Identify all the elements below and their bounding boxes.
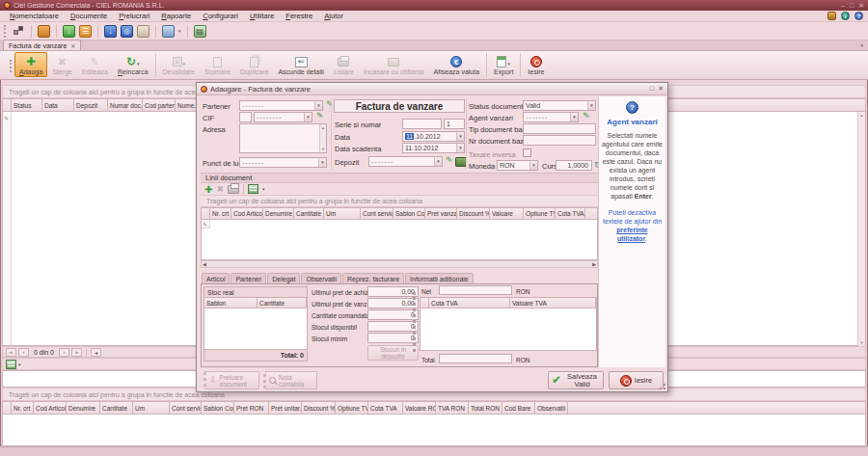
- column-header[interactable]: Cod Articol: [34, 402, 67, 414]
- articol-field-value[interactable]: 0: [367, 333, 419, 343]
- dropdown-caret-icon[interactable]: ▾: [18, 362, 21, 367]
- nota-contabila-button[interactable]: Nota contabila: [263, 371, 317, 389]
- printer-dropdown-icon[interactable]: ▾: [178, 28, 181, 34]
- data-date-field[interactable]: 11.10.2012 ▼: [402, 131, 465, 142]
- column-header[interactable]: Cod Articol: [231, 208, 263, 219]
- articol-field-value[interactable]: 0,00: [367, 298, 419, 308]
- sterge-button[interactable]: ✖ Sterge: [47, 52, 77, 77]
- tab-close-icon[interactable]: ✕: [70, 42, 75, 49]
- moneda-select[interactable]: RON ▼: [497, 160, 538, 171]
- column-header[interactable]: Denumire: [263, 208, 294, 219]
- devalidare-button[interactable]: ×▾ Devalidare: [158, 52, 200, 77]
- next-page-button[interactable]: ›: [59, 348, 69, 357]
- minimize-icon[interactable]: –: [841, 2, 845, 10]
- preluare-document-button[interactable]: ⇩ Preluare document: [203, 371, 259, 389]
- adresa-scrollbar[interactable]: ▲▼: [319, 124, 326, 152]
- first-page-button[interactable]: «: [6, 348, 16, 357]
- add-line-icon[interactable]: ✚: [204, 184, 212, 195]
- column-header[interactable]: Pret vanzare: [425, 208, 457, 219]
- listare-button[interactable]: Listare: [329, 52, 359, 77]
- column-header[interactable]: Discount %: [302, 402, 336, 414]
- print-lines-icon[interactable]: [228, 185, 239, 194]
- column-header[interactable]: Nr. crt: [12, 402, 34, 414]
- column-header[interactable]: Cota TVA: [368, 402, 403, 414]
- tab-factura-de-vanzare[interactable]: Factura de vanzare ✕: [3, 40, 81, 50]
- calculator-icon[interactable]: ▤: [194, 25, 206, 38]
- column-header[interactable]: Optiune TVA: [336, 402, 368, 414]
- stornare-button[interactable]: Stornare: [200, 52, 235, 77]
- column-header[interactable]: Valoare: [490, 208, 524, 219]
- column-header[interactable]: Cantitate: [294, 208, 324, 219]
- adresa-textarea[interactable]: ▲▼: [239, 123, 327, 153]
- ribbon-drag-handle[interactable]: [10, 60, 13, 72]
- edit-cif-icon[interactable]: ✎: [316, 112, 324, 121]
- valoare-tva-column-header[interactable]: Valoare TVA: [510, 298, 596, 308]
- maximize-icon[interactable]: □: [850, 2, 854, 10]
- column-header[interactable]: Data: [42, 99, 74, 111]
- tabstrip-overflow-icon[interactable]: ▾: [860, 42, 863, 48]
- menu-item[interactable]: Utilitare: [244, 12, 280, 20]
- ascunde-detalii-button[interactable]: ⇐ Ascunde detalii: [273, 52, 328, 77]
- edit-depozit-icon[interactable]: ✎: [446, 156, 453, 165]
- column-header[interactable]: Valoare RON: [403, 402, 436, 414]
- dialog-minimize-icon[interactable]: □: [650, 85, 654, 93]
- column-header[interactable]: Um: [324, 208, 361, 219]
- duplicare-button[interactable]: Duplicare: [235, 52, 274, 77]
- column-header[interactable]: Cont servicii: [170, 402, 202, 414]
- total-field[interactable]: [439, 354, 512, 363]
- scroll-left-icon[interactable]: ◀: [203, 261, 206, 267]
- print-preview-icon[interactable]: [137, 25, 149, 38]
- printer-icon[interactable]: [162, 25, 175, 38]
- dialog-resize-grip[interactable]: [660, 384, 665, 389]
- partener-select[interactable]: ------- ▼: [239, 100, 323, 111]
- dialog-title-bar[interactable]: Adaugare - Factura de vanzare □ ✕: [197, 83, 667, 95]
- menu-item[interactable]: Configurari: [197, 12, 244, 20]
- column-header[interactable]: Denumire: [67, 402, 100, 414]
- data-scadenta-field[interactable]: 11.10.2012 ▼: [402, 143, 465, 153]
- menu-item[interactable]: Rapoarte: [155, 12, 197, 20]
- column-header[interactable]: Cont servicii: [361, 208, 393, 219]
- column-header[interactable]: Status: [12, 99, 42, 111]
- afiseaza-valuta-button[interactable]: € Afiseaza valuta: [429, 52, 484, 77]
- dropdown-caret-icon[interactable]: ▾: [183, 61, 186, 67]
- detail-tab[interactable]: Informatii aditionale: [405, 273, 474, 283]
- dropdown-caret-icon[interactable]: ▾: [137, 61, 140, 67]
- column-header[interactable]: Cota TVA: [556, 208, 585, 219]
- iesire-button[interactable]: Iesire: [523, 52, 549, 77]
- column-header[interactable]: Observatii: [535, 402, 568, 414]
- column-chooser-icon[interactable]: [248, 184, 258, 194]
- collapse-pager-button[interactable]: ◂: [91, 348, 101, 357]
- prev-page-button[interactable]: ‹: [18, 348, 29, 357]
- lock-icon[interactable]: [827, 12, 836, 20]
- dropdown-caret-icon[interactable]: ▾: [262, 186, 265, 192]
- info-icon[interactable]: i: [841, 12, 850, 20]
- column-header[interactable]: Total RON: [469, 402, 502, 414]
- articol-field-value[interactable]: 0: [367, 321, 419, 332]
- articol-field-value[interactable]: 0: [367, 309, 419, 320]
- panel-splitter[interactable]: [413, 292, 416, 352]
- column-header[interactable]: Cod partener: [143, 99, 176, 111]
- tip-document-baza-field[interactable]: [523, 123, 596, 134]
- column-header[interactable]: Pret RON: [234, 402, 269, 414]
- stocuri-in-depozite-button[interactable]: Stocuri in depozite: [367, 345, 419, 361]
- reincarca-button[interactable]: ↻▾ Reincarca: [113, 52, 153, 77]
- column-header[interactable]: Discount %: [457, 208, 490, 219]
- incasare-cu-chitanta-button[interactable]: Incasare cu chitanta: [359, 52, 429, 77]
- net-field[interactable]: [439, 285, 512, 295]
- detail-tab[interactable]: Reprez. facturare: [342, 273, 404, 283]
- menu-item[interactable]: Nomenclatoare: [4, 12, 65, 20]
- detail-tab[interactable]: Observatii: [301, 273, 341, 283]
- menu-item[interactable]: Documente: [65, 12, 113, 20]
- agent-vanzari-select[interactable]: ------- ▼: [523, 112, 579, 122]
- column-header[interactable]: Pret unitar...: [269, 402, 302, 414]
- scroll-right-icon[interactable]: ▶: [592, 261, 596, 267]
- detail-grid-body[interactable]: [2, 415, 866, 446]
- depozit-select[interactable]: ------- ▼: [368, 156, 443, 167]
- editeaza-button[interactable]: ✎ Editeaza: [77, 52, 113, 77]
- notes-icon[interactable]: ☰: [79, 25, 92, 38]
- column-chooser-icon[interactable]: [6, 360, 16, 369]
- column-header[interactable]: Cod Bare: [502, 402, 535, 414]
- menu-item[interactable]: Ajutor: [318, 12, 349, 20]
- cif-select[interactable]: -------- ▼: [254, 112, 312, 122]
- detail-tab[interactable]: Delegat: [267, 273, 300, 283]
